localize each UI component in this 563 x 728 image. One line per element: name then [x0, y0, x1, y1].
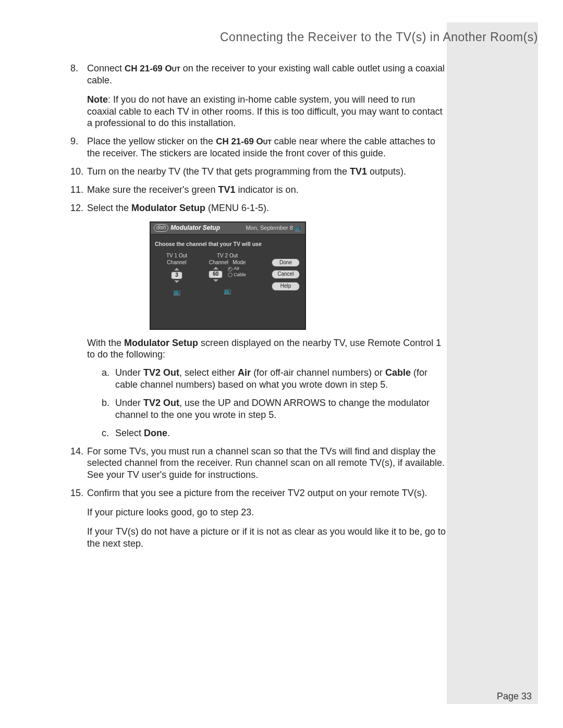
tv2-label: TV 2 Out: [204, 253, 251, 260]
label-modulator-setup: Modulator Setup: [131, 203, 205, 213]
tv1-out-col: TV 1 Out Channel 3 📺: [160, 253, 193, 296]
label-tv1: TV1: [350, 166, 367, 177]
step-8: 8. Connect CH 21-69 Out on the receiver …: [70, 63, 446, 129]
text: For some TVs, you must run a channel sca…: [87, 446, 445, 480]
tv-icon: 📺: [160, 288, 193, 296]
sub-num: a.: [102, 367, 109, 379]
label-ch-out: CH 21-69 Out: [216, 137, 272, 146]
step-num: 9.: [70, 135, 78, 147]
text: Make sure the receiver's green: [87, 184, 218, 195]
content: 8. Connect CH 21-69 Out on the receiver …: [70, 63, 446, 556]
tv2-channel-stepper[interactable]: 60: [209, 267, 223, 282]
tv2-mode-label: Mode: [232, 260, 246, 265]
arrow-down-icon[interactable]: [213, 279, 218, 282]
help-button[interactable]: Help: [272, 282, 300, 291]
side-strip: [447, 22, 538, 704]
tv2-out-col: TV 2 Out Channel Mode 60: [204, 253, 251, 296]
text: Under: [115, 367, 143, 378]
note: Note: If you do not have an existing in-…: [87, 94, 446, 130]
text: , use the: [179, 398, 218, 408]
label-air: Air: [238, 367, 251, 378]
label-ch-out: CH 21-69 Out: [125, 64, 180, 73]
figure-modulator-setup: dish Modulator Setup Mon, September 8 📺 …: [150, 221, 306, 330]
text: Place the yellow sticker on the: [87, 136, 216, 146]
text: Under: [115, 398, 143, 408]
label-arrows: UP and DOWN ARROWS: [218, 398, 326, 408]
step-14: 14. For some TVs, you must run a channel…: [70, 446, 446, 482]
text: With the: [87, 338, 124, 348]
note-text: : If you do not have an existing in-home…: [87, 94, 443, 129]
figure-logo: dish Modulator Setup: [154, 224, 220, 232]
date-text: Mon, September 8: [246, 225, 293, 231]
step-11: 11. Make sure the receiver's green TV1 i…: [70, 184, 446, 196]
arrow-up-icon[interactable]: [174, 268, 179, 270]
text: indicator is on.: [236, 184, 299, 195]
mode-air[interactable]: Air: [228, 266, 246, 272]
figure-date: Mon, September 8 📺: [246, 225, 302, 232]
text: Connect: [87, 63, 125, 73]
mode-box: Air Cable: [228, 266, 246, 282]
figure-titlebar: dish Modulator Setup Mon, September 8 📺: [151, 223, 305, 235]
page-number: Page 33: [497, 691, 532, 702]
mode-air-label: Air: [234, 266, 239, 272]
text: .: [167, 428, 170, 438]
cancel-button[interactable]: Cancel: [272, 270, 300, 279]
step-15: 15. Confirm that you see a picture from …: [70, 487, 446, 549]
step-num: 8.: [70, 63, 78, 75]
text: If your TV(s) do not have a picture or i…: [87, 526, 446, 550]
label-done: Done: [144, 428, 167, 438]
label-tv2-out: TV2 Out: [143, 367, 179, 378]
sub-a: a. Under TV2 Out, select either Air (for…: [102, 367, 446, 391]
tv2-channel-value: 60: [209, 270, 223, 278]
text: Turn on the nearby TV (the TV that gets …: [87, 166, 350, 177]
note-label: Note: [87, 94, 108, 105]
figure-body: Choose the channel that your TV will use…: [151, 235, 305, 329]
mode-cable-label: Cable: [234, 272, 246, 278]
radio-icon[interactable]: [228, 273, 232, 277]
arrow-down-icon[interactable]: [174, 280, 179, 283]
label-modulator-setup: Modulator Setup: [124, 338, 198, 348]
sub-num: c.: [102, 427, 109, 439]
tv1-channel-stepper[interactable]: 3: [171, 268, 182, 283]
done-button[interactable]: Done: [272, 258, 300, 267]
label-tv2-out: TV2 Out: [143, 398, 179, 408]
text: If your picture looks good, go to step 2…: [87, 507, 446, 519]
step-num: 10.: [70, 166, 83, 178]
arrow-up-icon[interactable]: [213, 267, 218, 269]
step-num: 14.: [70, 446, 83, 458]
text: (for off-air channel numbers) or: [251, 367, 385, 378]
text: , select either: [179, 367, 238, 378]
text: Confirm that you see a picture from the …: [87, 488, 427, 498]
text: Select: [115, 428, 144, 438]
step-12-after: With the Modulator Setup screen displaye…: [87, 337, 446, 439]
page-header: Connecting the Receiver to the TV(s) in …: [220, 30, 538, 44]
brand-dish: dish: [154, 224, 168, 232]
figure-title: Modulator Setup: [170, 224, 220, 232]
tv-icon: 📺: [295, 225, 302, 231]
text: Select the: [87, 203, 131, 213]
sub-b: b. Under TV2 Out, use the UP and DOWN AR…: [102, 397, 446, 421]
mode-cable[interactable]: Cable: [228, 272, 246, 278]
tv2-channel-label: Channel: [209, 260, 228, 265]
figure-buttons: Done Cancel Help: [272, 258, 300, 291]
step-12: 12. Select the Modulator Setup (MENU 6-1…: [70, 202, 446, 439]
label-cable: Cable: [385, 367, 411, 378]
step-num: 12.: [70, 202, 83, 214]
label-tv1: TV1: [218, 184, 236, 195]
tv-icon: 📺: [204, 287, 251, 295]
tv1-channel-value: 3: [171, 272, 182, 279]
tv1-channel-label: Channel: [160, 260, 193, 266]
text: outputs).: [367, 166, 406, 177]
step-9: 9. Place the yellow sticker on the CH 21…: [70, 135, 446, 159]
text: (MENU 6-1-5).: [205, 203, 269, 213]
step-num: 15.: [70, 487, 83, 499]
sub-num: b.: [102, 397, 109, 409]
sub-c: c. Select Done.: [102, 427, 446, 439]
tv1-label: TV 1 Out: [160, 253, 193, 260]
step-10: 10. Turn on the nearby TV (the TV that g…: [70, 166, 446, 178]
step-num: 11.: [70, 184, 83, 196]
figure-prompt: Choose the channel that your TV will use: [155, 241, 301, 248]
radio-icon[interactable]: [228, 267, 232, 272]
